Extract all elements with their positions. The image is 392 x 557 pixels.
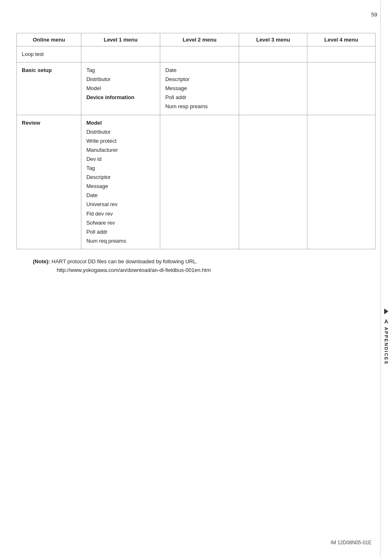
level2-poll-addr: Poll addr [165, 93, 234, 102]
cell-basic-setup-level2: Date Descriptor Message Poll addr Num re… [160, 63, 239, 115]
header-level1-menu: Level 1 menu [81, 33, 160, 46]
menu-table: Online menu Level 1 menu Level 2 menu Le… [16, 33, 376, 249]
cell-loop-test-online: Loop test [17, 46, 81, 63]
review-level1-tag: Tag [86, 164, 155, 173]
table-row-review: Review Model Distributor Write protect M… [17, 115, 376, 249]
review-level1-universal-rev: Universal rev [86, 200, 155, 209]
header-level4-menu: Level 4 menu [307, 33, 376, 46]
table-row-loop-test: Loop test [17, 46, 376, 63]
review-level1-sofware-rev: Sofware rev [86, 218, 155, 227]
appendices-sidebar: A APPENDICES [380, 309, 392, 365]
cell-basic-setup-level3 [239, 63, 307, 115]
basic-setup-bold: Basic setup [22, 67, 52, 73]
review-label: Review [22, 118, 76, 128]
footer-text: IM 12D08N05-01E [331, 540, 371, 545]
review-level1-distributor: Distributor [86, 128, 155, 137]
cell-review-level3 [239, 115, 307, 249]
review-level1-fld-dev-rev: Fld dev rev [86, 209, 155, 218]
cell-loop-test-level3 [239, 46, 307, 63]
cell-basic-setup-online: Basic setup [17, 63, 81, 115]
appendices-a-label: A [384, 318, 388, 325]
main-content: Online menu Level 1 menu Level 2 menu Le… [0, 0, 392, 307]
table-header-row: Online menu Level 1 menu Level 2 menu Le… [17, 33, 376, 46]
header-level2-menu: Level 2 menu [160, 33, 239, 46]
loop-test-label: Loop test [22, 50, 76, 59]
review-level1-write-protect: Write protect [86, 137, 155, 146]
cell-review-level1: Model Distributor Write protect Manufact… [81, 115, 160, 249]
cell-basic-setup-level4 [307, 63, 376, 115]
note-label: (Note): [33, 258, 50, 265]
level2-num-resp-preams: Num resp preams [165, 102, 234, 111]
review-level1-date: Date [86, 191, 155, 200]
note-section: (Note): HART protocol DD files can be do… [16, 258, 376, 275]
note-text: HART protocol DD files can be downloaded… [52, 258, 198, 265]
review-level1-items: Model Distributor Write protect Manufact… [86, 118, 155, 246]
cell-loop-test-level2 [160, 46, 239, 63]
review-level1-model: Model [86, 118, 155, 128]
header-level3-menu: Level 3 menu [239, 33, 307, 46]
level1-tag: Tag [86, 66, 155, 75]
level1-model: Model [86, 84, 155, 93]
review-level1-manufacturer: Manufacturer [86, 146, 155, 155]
level1-device-information: Device information [86, 93, 155, 102]
basic-setup-label: Basic setup [22, 66, 76, 75]
sidebar-border [380, 0, 380, 557]
basic-setup-level1-items: Tag Distributor Model Device information [86, 66, 155, 102]
note-url: http://www.yokogawa.com/an/download/an-d… [33, 266, 376, 275]
page-number: 59 [371, 12, 377, 18]
cell-review-level4 [307, 115, 376, 249]
cell-review-level2 [160, 115, 239, 249]
level1-distributor: Distributor [86, 75, 155, 84]
level2-date: Date [165, 66, 234, 75]
appendices-label: APPENDICES [384, 327, 389, 365]
review-level1-descriptor: Descriptor [86, 173, 155, 182]
triangle-icon [384, 309, 388, 314]
level2-message: Message [165, 84, 234, 93]
table-row-basic-setup: Basic setup Tag Distributor Model Device… [17, 63, 376, 115]
header-online-menu: Online menu [17, 33, 81, 46]
review-level1-dev-id: Dev id [86, 155, 155, 164]
review-bold: Review [22, 120, 40, 126]
cell-review-online: Review [17, 115, 81, 249]
level2-descriptor: Descriptor [165, 75, 234, 84]
cell-basic-setup-level1: Tag Distributor Model Device information [81, 63, 160, 115]
cell-loop-test-level4 [307, 46, 376, 63]
review-level1-num-req-preams: Num req preams [86, 237, 155, 246]
review-level1-poll-addr: Poll addr [86, 227, 155, 237]
basic-setup-level2-items: Date Descriptor Message Poll addr Num re… [165, 66, 234, 111]
cell-loop-test-level1 [81, 46, 160, 63]
review-level1-message: Message [86, 182, 155, 191]
